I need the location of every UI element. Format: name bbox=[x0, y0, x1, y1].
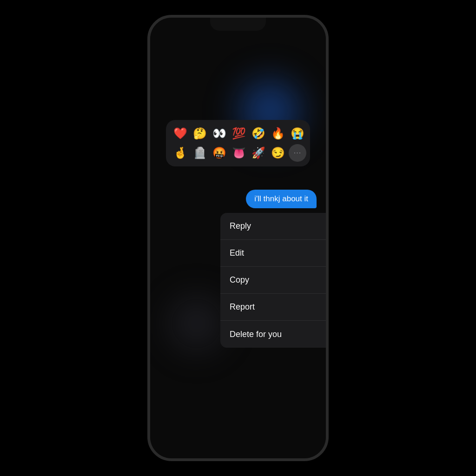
message-bubble: i'll thnkj about it bbox=[246, 190, 317, 208]
emoji-more-button[interactable]: ··· bbox=[289, 144, 306, 162]
message-text: i'll thnkj about it bbox=[254, 194, 308, 203]
more-dots-icon: ··· bbox=[294, 149, 301, 157]
emoji-smirk[interactable]: 😏 bbox=[269, 144, 287, 162]
screen: ❤️ 🤔 👀 💯 🤣 🔥 😭 🤞 🪦 🤬 👅 🚀 😏 ··· i'll thnk… bbox=[150, 18, 326, 458]
emoji-hundred[interactable]: 💯 bbox=[230, 125, 248, 142]
delete-menu-item[interactable]: Delete for you bbox=[220, 321, 326, 348]
edit-menu-item[interactable]: Edit bbox=[220, 240, 326, 267]
emoji-headstone[interactable]: 🪦 bbox=[191, 144, 209, 162]
emoji-rocket[interactable]: 🚀 bbox=[250, 144, 267, 162]
copy-label: Copy bbox=[230, 275, 249, 285]
power-button[interactable] bbox=[328, 111, 329, 148]
emoji-fire[interactable]: 🔥 bbox=[269, 125, 287, 142]
reply-menu-item[interactable]: Reply bbox=[220, 213, 326, 240]
edit-label: Edit bbox=[230, 248, 244, 258]
emoji-tongue[interactable]: 👅 bbox=[230, 144, 248, 162]
volume-up-button[interactable] bbox=[147, 92, 148, 115]
emoji-angry[interactable]: 🤬 bbox=[211, 144, 228, 162]
reply-label: Reply bbox=[230, 221, 251, 231]
emoji-rolling-laugh[interactable]: 🤣 bbox=[250, 125, 267, 142]
emoji-thinking[interactable]: 🤔 bbox=[191, 125, 209, 142]
emoji-picker: ❤️ 🤔 👀 💯 🤣 🔥 😭 🤞 🪦 🤬 👅 🚀 😏 ··· bbox=[166, 120, 310, 166]
emoji-crossed-fingers[interactable]: 🤞 bbox=[172, 144, 189, 162]
report-label: Report bbox=[230, 302, 255, 312]
emoji-eyes[interactable]: 👀 bbox=[211, 125, 228, 142]
phone-frame: ❤️ 🤔 👀 💯 🤣 🔥 😭 🤞 🪦 🤬 👅 🚀 😏 ··· i'll thnk… bbox=[147, 15, 329, 461]
emoji-crying[interactable]: 😭 bbox=[289, 125, 306, 142]
volume-down-button[interactable] bbox=[147, 122, 148, 145]
delete-label: Delete for you bbox=[230, 330, 282, 339]
report-menu-item[interactable]: Report bbox=[220, 294, 326, 321]
copy-menu-item[interactable]: Copy bbox=[220, 267, 326, 294]
context-menu: Reply Edit Copy bbox=[220, 213, 326, 348]
emoji-heart[interactable]: ❤️ bbox=[172, 125, 189, 142]
